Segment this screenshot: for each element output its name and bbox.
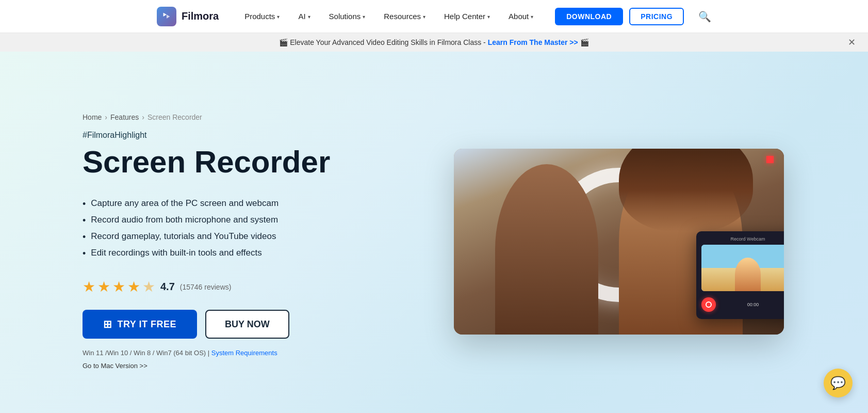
breadcrumb-sep2: › xyxy=(142,113,144,121)
star-rating: ★ ★ ★ ★ ★ xyxy=(83,278,155,295)
chat-bubble[interactable]: 💬 xyxy=(824,369,853,398)
hero-section: Home › Features › Screen Recorder #Filmo… xyxy=(0,52,868,413)
chevron-down-icon: ▾ xyxy=(487,14,490,20)
feature-item: Record gameplay, tutorials and YouTube v… xyxy=(83,229,423,245)
record-button[interactable] xyxy=(701,297,716,312)
star-half-5: ★ xyxy=(142,278,155,295)
breadcrumb-home[interactable]: Home xyxy=(83,113,102,121)
breadcrumb: Home › Features › Screen Recorder xyxy=(83,113,423,121)
person-silhouette-1 xyxy=(495,164,598,335)
breadcrumb-features[interactable]: Features xyxy=(110,113,139,121)
panel-controls: 00:00 xyxy=(701,295,784,314)
rec-dot xyxy=(766,156,774,163)
panel-title: Record Webcam xyxy=(701,236,784,242)
chevron-down-icon: ▾ xyxy=(363,14,365,20)
windows-icon: ⊞ xyxy=(103,318,112,330)
announce-suffix: 🎬 xyxy=(580,38,589,46)
hashtag-label: #FilmoraHighlight xyxy=(83,131,423,140)
navbar: Filmora Products ▾ AI ▾ Solutions ▾ Reso… xyxy=(0,0,868,33)
nav-solutions[interactable]: Solutions ▾ xyxy=(320,0,375,33)
chevron-down-icon: ▾ xyxy=(423,14,425,20)
chat-icon: 💬 xyxy=(830,376,846,390)
mac-version-link[interactable]: Go to Mac Version >> xyxy=(83,362,148,370)
feature-item: Record audio from both microphone and sy… xyxy=(83,212,423,229)
breadcrumb-sep1: › xyxy=(105,113,107,121)
person-hair xyxy=(619,149,753,231)
cta-buttons: ⊞ TRY IT FREE BUY NOW xyxy=(83,310,423,339)
feature-item: Edit recordings with built-in tools and … xyxy=(83,245,423,262)
search-icon[interactable]: 🔍 xyxy=(698,10,711,23)
nav-products[interactable]: Products ▾ xyxy=(235,0,289,33)
chevron-down-icon: ▾ xyxy=(308,14,310,20)
nav-help-center[interactable]: Help Center ▾ xyxy=(435,0,499,33)
hero-content: Home › Features › Screen Recorder #Filmo… xyxy=(83,113,423,370)
record-indicator xyxy=(706,301,712,308)
download-button[interactable]: DOWNLOAD xyxy=(555,8,623,25)
hero-image: Record Webcam 00:00 xyxy=(454,149,784,335)
nav-about[interactable]: About ▾ xyxy=(499,0,543,33)
rating-count: (15746 reviews) xyxy=(180,283,232,291)
star-1: ★ xyxy=(83,278,95,295)
buy-now-button[interactable]: BUY NOW xyxy=(205,310,289,339)
rating-score: 4.7 xyxy=(160,281,175,293)
page-title: Screen Recorder xyxy=(83,145,423,179)
logo-icon xyxy=(157,7,176,26)
brand-name: Filmora xyxy=(182,10,219,22)
pricing-button[interactable]: PRICING xyxy=(629,8,684,25)
webcam-panel-overlay: Record Webcam 00:00 xyxy=(696,231,784,319)
feature-item: Capture any area of the PC screen and we… xyxy=(83,196,423,212)
chevron-down-icon: ▾ xyxy=(277,14,280,20)
chevron-down-icon: ▾ xyxy=(531,14,533,20)
close-button[interactable]: ✕ xyxy=(848,37,856,48)
rating-row: ★ ★ ★ ★ ★ 4.7 (15746 reviews) xyxy=(83,278,423,295)
try-free-button[interactable]: ⊞ TRY IT FREE xyxy=(83,310,197,339)
sys-req-link[interactable]: System Requirements xyxy=(211,349,277,357)
panel-video-preview xyxy=(701,245,784,291)
brand-logo[interactable]: Filmora xyxy=(157,7,219,26)
feature-list: Capture any area of the PC screen and we… xyxy=(83,196,423,262)
announcement-bar: 🎬 Elevate Your Advanced Video Editing Sk… xyxy=(0,33,868,52)
record-timer: 00:00 xyxy=(747,302,759,307)
nav-resources[interactable]: Resources ▾ xyxy=(374,0,435,33)
announce-text: 🎬 Elevate Your Advanced Video Editing Sk… xyxy=(279,38,487,46)
announce-link[interactable]: Learn From The Master >> xyxy=(488,38,578,46)
star-4: ★ xyxy=(127,278,140,295)
hero-image-bg: Record Webcam 00:00 xyxy=(454,149,784,335)
star-2: ★ xyxy=(97,278,110,295)
hero-image-area: Record Webcam 00:00 xyxy=(423,149,784,335)
nav-ai[interactable]: AI ▾ xyxy=(289,0,319,33)
system-requirements-text: Win 11 /Win 10 / Win 8 / Win7 (64 bit OS… xyxy=(83,349,423,357)
star-3: ★ xyxy=(112,278,125,295)
breadcrumb-current: Screen Recorder xyxy=(148,113,202,121)
